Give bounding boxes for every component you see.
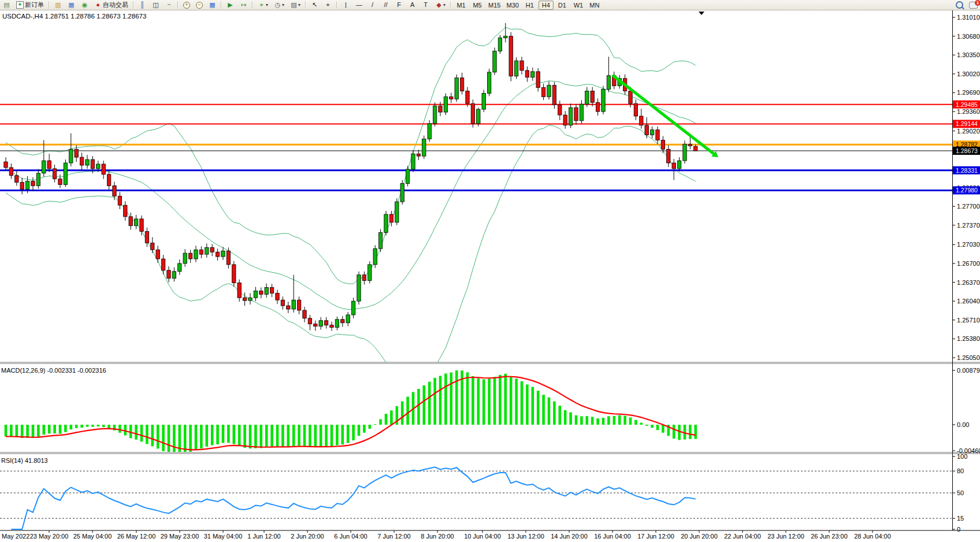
candle-body xyxy=(433,106,436,124)
text-button[interactable]: A xyxy=(406,0,418,10)
zoom-in-button[interactable]: + xyxy=(181,0,192,10)
timeframe-H1[interactable]: H1 xyxy=(522,1,537,10)
candle-body xyxy=(406,169,409,184)
price-tick-label: 1.25050 xyxy=(957,354,980,361)
candle-body xyxy=(53,169,56,179)
macd-histogram-bar xyxy=(118,425,121,433)
macd-histogram-bar xyxy=(32,425,35,438)
macd-histogram-bar xyxy=(86,425,89,427)
bar-chart-button[interactable]: ║ xyxy=(136,0,149,10)
time-tick-label: 10 Jun 04:00 xyxy=(464,533,501,540)
indicators-button[interactable]: +▾ xyxy=(255,0,270,10)
candle-body xyxy=(96,164,100,169)
time-axis[interactable]: May 202223 May 20:0025 May 04:0026 May 1… xyxy=(2,530,891,540)
timeframe-D1[interactable]: D1 xyxy=(555,1,570,10)
macd-histogram-bar xyxy=(537,391,540,425)
fibonacci-icon: F xyxy=(395,1,403,9)
macd-histogram-bar xyxy=(433,378,436,425)
price-tick-label: 1.27030 xyxy=(957,241,980,248)
macd-histogram-bar xyxy=(254,425,257,448)
periods-button[interactable]: ◷▾ xyxy=(272,0,287,10)
tile-windows-button[interactable]: ▦ xyxy=(206,0,218,10)
candle-body xyxy=(319,321,322,326)
candle-body xyxy=(113,186,116,196)
price-tick-label: 1.27700 xyxy=(957,203,980,210)
price-chart[interactable]: 1.310101.306801.303501.300201.296901.293… xyxy=(0,10,980,542)
cursor-button[interactable]: ↖ xyxy=(309,0,321,10)
market-watch-button[interactable]: ▦ xyxy=(65,0,77,10)
time-tick-label: 20 Jun 20:00 xyxy=(681,533,718,540)
candle-body xyxy=(439,106,442,112)
new-order-button[interactable]: +新订单 xyxy=(14,0,46,10)
label-button[interactable]: T xyxy=(420,0,432,10)
candlestick-chart-button[interactable]: ◫ xyxy=(150,0,162,10)
macd-histogram-bar xyxy=(564,410,567,425)
toolbar-separator xyxy=(49,1,50,9)
candle-body xyxy=(134,219,138,226)
signals-button[interactable]: ◉ xyxy=(79,0,91,10)
line-chart-button[interactable]: ~ xyxy=(163,0,175,10)
macd-histogram-bar xyxy=(466,372,469,425)
timeframe-MN[interactable]: MN xyxy=(587,1,602,10)
time-tick-label: 8 Jun 20:00 xyxy=(421,533,454,540)
chart-window[interactable]: 1.310101.306801.303501.300201.296901.293… xyxy=(0,10,980,542)
crosshair-button[interactable]: + xyxy=(322,0,334,10)
auto-scroll-button[interactable]: ▶ xyxy=(224,0,236,10)
candle-body xyxy=(629,91,632,103)
level-lines-layer xyxy=(0,105,952,191)
chart-window-icon[interactable]: ▤ xyxy=(1,0,13,10)
macd-histogram-bar xyxy=(499,375,502,425)
arrows-button[interactable]: ◆▾ xyxy=(433,0,448,10)
toolbar-separator xyxy=(305,1,306,9)
zoom-out-button[interactable]: − xyxy=(194,0,205,10)
price-tick-label: 1.25710 xyxy=(957,317,980,324)
candle-body xyxy=(487,72,491,94)
time-tick-label: 26 Jun 23:00 xyxy=(811,533,848,540)
trendline-button[interactable]: / xyxy=(366,0,378,10)
candle-body xyxy=(471,103,474,124)
macd-histogram-bar xyxy=(276,425,279,447)
time-tick-label: 29 May 23:00 xyxy=(161,533,199,540)
candle-body xyxy=(634,103,637,116)
candle-body xyxy=(9,168,13,176)
macd-histogram-bar xyxy=(623,416,626,425)
macd-histogram-bar xyxy=(179,425,181,454)
vertical-line-button[interactable]: | xyxy=(340,0,352,10)
candle-body xyxy=(645,125,648,135)
candle-body xyxy=(178,263,181,272)
candle-body xyxy=(15,176,18,183)
chart-shift-button[interactable]: ↦ xyxy=(237,0,250,10)
search-icon[interactable] xyxy=(956,1,963,9)
horizontal-line-button[interactable]: — xyxy=(353,0,365,10)
fibonacci-button[interactable]: F xyxy=(393,0,405,10)
timeframe-M1[interactable]: M1 xyxy=(454,1,469,10)
macd-histogram-bar xyxy=(260,425,263,448)
templates-button[interactable]: ▨▾ xyxy=(288,0,303,10)
rsi-layer xyxy=(0,467,952,529)
channel-button[interactable]: // xyxy=(380,0,392,10)
price-tick-label: 1.31010 xyxy=(957,14,980,21)
macd-histogram-bar xyxy=(358,425,361,436)
price-axis[interactable]: 1.310101.306801.303501.300201.296901.293… xyxy=(952,14,980,533)
candle-body xyxy=(183,253,187,263)
timeframe-M15[interactable]: M15 xyxy=(486,1,503,10)
notifications-icon[interactable]: 1 xyxy=(969,2,978,9)
timeframe-M30[interactable]: M30 xyxy=(504,1,521,10)
profiles-button[interactable]: ▥ xyxy=(52,0,64,10)
toolbar-separator xyxy=(450,1,451,9)
macd-histogram-bar xyxy=(548,398,551,425)
timeframe-W1[interactable]: W1 xyxy=(571,1,586,10)
time-tick-label: 23 Jun 12:00 xyxy=(767,533,804,540)
candle-body xyxy=(303,310,306,318)
auto-trading-button[interactable]: ●自动交易 xyxy=(92,0,131,10)
timeframe-H4[interactable]: H4 xyxy=(539,1,554,10)
macd-histogram-bar xyxy=(532,387,534,425)
candle-body xyxy=(314,324,317,326)
rsi-line xyxy=(11,467,695,529)
candle-body xyxy=(351,301,355,315)
macd-histogram-bar xyxy=(450,373,453,425)
macd-signal-line xyxy=(6,377,696,450)
timeframe-M5[interactable]: M5 xyxy=(470,1,485,10)
macd-histogram-bar xyxy=(417,389,420,425)
candle-body xyxy=(161,259,165,270)
